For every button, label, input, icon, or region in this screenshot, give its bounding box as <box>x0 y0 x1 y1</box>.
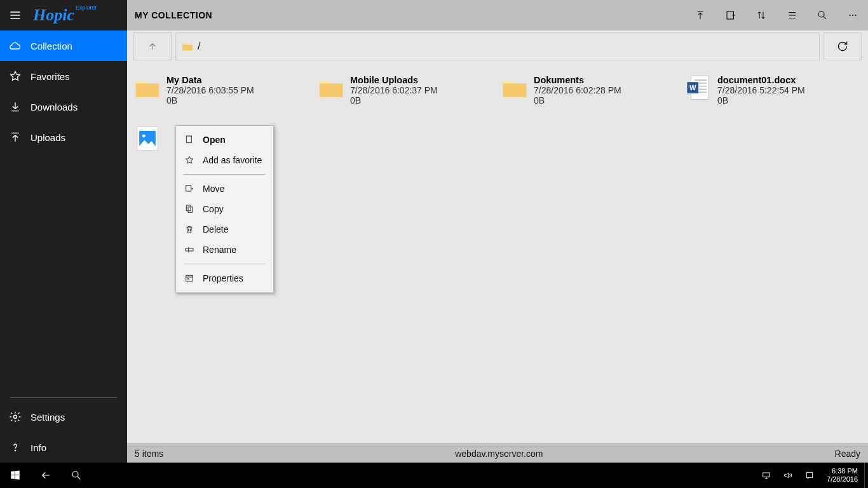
sidebar-item-label: Collection <box>31 41 72 51</box>
tray-network-button[interactable] <box>756 463 777 488</box>
upload-arrow-icon <box>695 10 706 21</box>
context-menu-label: Properties <box>203 273 243 283</box>
cloud-icon <box>0 39 31 52</box>
logo-text: Hopic <box>33 6 74 25</box>
context-menu-open[interactable]: Open <box>176 130 273 150</box>
svg-rect-22 <box>186 186 191 191</box>
sidebar-item-label: Info <box>31 442 46 453</box>
refresh-button[interactable] <box>824 32 862 60</box>
taskbar: 6:38 PM 7/28/2016 <box>0 463 868 488</box>
hamburger-icon <box>9 9 22 22</box>
upload-icon <box>0 131 31 144</box>
star-icon <box>184 154 195 166</box>
svg-point-1 <box>15 450 15 451</box>
taskbar-left <box>0 463 92 488</box>
context-menu-label: Rename <box>203 245 236 255</box>
more-button[interactable] <box>837 0 868 30</box>
svg-point-6 <box>855 15 857 16</box>
file-item-folder[interactable]: Mobile Uploads 7/28/2016 6:02:37 PM 0B <box>317 75 494 107</box>
status-server: webdav.myserver.com <box>163 449 834 459</box>
word-doc-icon: W <box>684 75 712 107</box>
new-folder-icon <box>725 10 736 21</box>
svg-rect-26 <box>186 275 193 281</box>
sidebar-item-label: Downloads <box>31 102 78 112</box>
address-path[interactable]: / <box>175 32 820 60</box>
svg-point-5 <box>852 15 853 16</box>
file-name: document01.docx <box>717 75 805 85</box>
file-item-folder[interactable]: My Data 7/28/2016 6:03:55 PM 0B <box>133 75 311 107</box>
windows-icon <box>10 470 21 481</box>
star-icon <box>0 70 31 83</box>
file-size: 0B <box>166 95 254 105</box>
context-menu-separator <box>184 174 266 175</box>
tray-clock[interactable]: 6:38 PM 7/28/2016 <box>820 467 864 484</box>
sidebar-item-settings[interactable]: Settings <box>0 402 127 432</box>
file-item-folder[interactable]: Dokuments 7/28/2016 6:02:28 PM 0B <box>501 75 678 107</box>
list-view-icon <box>786 10 797 21</box>
file-name: Dokuments <box>534 75 621 85</box>
context-menu-copy[interactable]: Copy <box>176 199 273 219</box>
sidebar-item-collection[interactable]: Collection <box>0 30 127 61</box>
folder-icon <box>501 75 529 107</box>
folder-icon <box>133 75 161 107</box>
tray-date: 7/28/2016 <box>827 475 858 484</box>
file-date: 7/28/2016 6:02:28 PM <box>534 85 621 95</box>
taskbar-search-button[interactable] <box>61 463 92 488</box>
tray-notifications-button[interactable] <box>799 463 820 488</box>
upload-button[interactable] <box>685 0 715 30</box>
sort-button[interactable] <box>746 0 776 30</box>
view-button[interactable] <box>776 0 807 30</box>
properties-icon <box>184 273 195 284</box>
svg-rect-19 <box>763 473 770 477</box>
header-actions <box>685 0 868 30</box>
sidebar-item-info[interactable]: Info <box>0 432 127 463</box>
context-menu: Open Add as favorite Move Copy Delete <box>175 125 274 293</box>
logo-subtext: Explorer <box>76 4 97 11</box>
more-icon <box>847 10 858 21</box>
svg-point-3 <box>818 11 824 17</box>
status-bar: 5 items webdav.myserver.com Ready <box>127 444 868 463</box>
sidebar-item-downloads[interactable]: Downloads <box>0 92 127 122</box>
back-button[interactable] <box>31 463 61 488</box>
context-menu-rename[interactable]: Rename <box>176 240 273 260</box>
context-menu-label: Move <box>203 184 224 194</box>
sort-icon <box>756 10 767 21</box>
file-date: 7/28/2016 6:03:55 PM <box>166 85 254 95</box>
tray-volume-button[interactable] <box>777 463 799 488</box>
svg-rect-23 <box>186 205 191 211</box>
file-item-document[interactable]: W document01.docx 7/28/2016 5:22:54 PM 0… <box>684 75 862 107</box>
file-date: 7/28/2016 5:22:54 PM <box>717 85 805 95</box>
svg-rect-24 <box>188 207 193 213</box>
search-button[interactable] <box>807 0 837 30</box>
svg-point-17 <box>142 135 146 138</box>
context-menu-label: Add as favorite <box>203 155 262 165</box>
main-area: Hopic Explorer Collection Favorites <box>0 0 868 463</box>
sidebar-item-label: Settings <box>31 412 65 423</box>
sidebar-item-favorites[interactable]: Favorites <box>0 61 127 92</box>
status-item-count: 5 items <box>135 449 163 459</box>
start-button[interactable] <box>0 463 31 488</box>
show-desktop-button[interactable] <box>864 463 868 488</box>
up-arrow-icon <box>147 41 158 52</box>
trash-icon <box>184 224 195 235</box>
hamburger-button[interactable] <box>0 0 31 30</box>
context-menu-properties[interactable]: Properties <box>176 268 273 288</box>
svg-point-0 <box>14 416 17 419</box>
status-state: Ready <box>835 449 860 459</box>
nav: Collection Favorites Downloads <box>0 30 127 152</box>
back-arrow-icon <box>40 470 51 481</box>
context-menu-add-favorite[interactable]: Add as favorite <box>176 150 273 170</box>
nav-up-button[interactable] <box>133 32 172 60</box>
sidebar-item-uploads[interactable]: Uploads <box>0 122 127 152</box>
search-icon <box>817 10 828 21</box>
context-menu-label: Open <box>203 135 226 145</box>
folder-icon <box>317 75 345 107</box>
system-tray: 6:38 PM 7/28/2016 <box>756 463 868 488</box>
new-folder-button[interactable] <box>715 0 746 30</box>
sidebar-item-label: Uploads <box>31 132 65 143</box>
context-menu-delete[interactable]: Delete <box>176 219 273 240</box>
context-menu-move[interactable]: Move <box>176 179 273 199</box>
notifications-icon <box>804 470 815 480</box>
context-menu-separator <box>184 264 266 264</box>
page-title: MY COLLECTION <box>135 10 685 20</box>
